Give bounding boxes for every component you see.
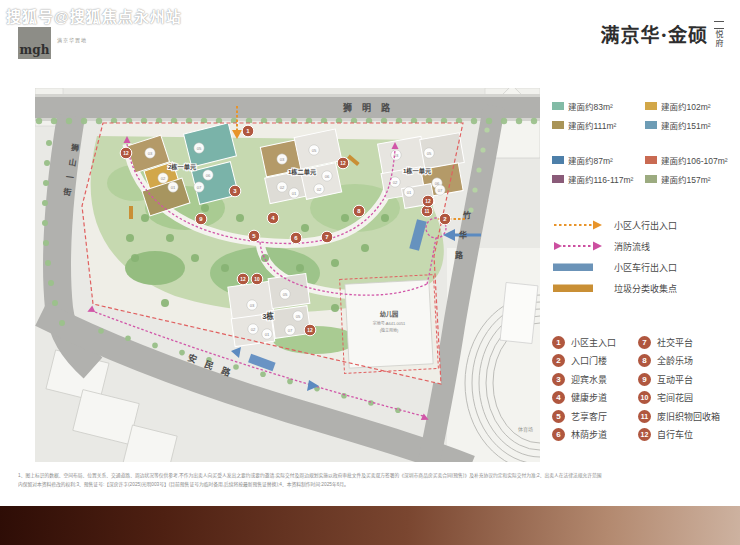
fire-route-icon [552, 240, 604, 252]
svg-text:05: 05 [427, 151, 432, 156]
amenity-number-badge: 8 [638, 354, 651, 367]
pedestrian-route-icon [552, 219, 604, 231]
amenity-legend: 1小区主入口2入口门楼3迎宾水景4健康步道5艺享客厅6林荫步道7社交平台8全龄乐… [552, 333, 738, 444]
svg-text:11: 11 [424, 209, 429, 214]
area-swatch-icon [552, 156, 564, 164]
svg-text:12: 12 [307, 328, 313, 333]
stadium-label: 体育场 [518, 426, 533, 433]
amenity-number-badge: 6 [552, 428, 565, 441]
area-legend-item: 建面约106-107m² [645, 154, 738, 166]
building-label: 3栋 [262, 311, 274, 321]
area-swatch-icon [552, 175, 564, 183]
amenity-item: 4健康步道 [552, 389, 638, 408]
area-legend-label: 建面约102m² [661, 100, 711, 112]
svg-text:07: 07 [197, 185, 202, 190]
route-legend-label: 小区车行出入口 [614, 261, 677, 274]
area-swatch-icon [552, 121, 564, 129]
footnote-line: 内保留对本资料修改的权利;3、预售证号:【深房许字(2025)光明003号】(目… [18, 481, 725, 490]
svg-text:02: 02 [393, 180, 398, 185]
area-legend-item: 建面约102m² [645, 100, 738, 112]
building-label: 1栋二单元 [288, 168, 317, 176]
amenity-number-badge: 11 [638, 410, 651, 423]
amenity-item: 10宅间花园 [638, 389, 738, 408]
amenity-label: 健康步道 [571, 391, 607, 404]
area-legend: 建面约83m²建面约102m²建面约111m²建面约151m²建面约87m²建面… [552, 100, 738, 185]
amenity-number-badge: 2 [552, 354, 565, 367]
amenity-number-badge: 4 [552, 391, 565, 404]
area-legend-label: 建面约87m² [568, 154, 613, 166]
route-legend-item: 垃圾分类收集点 [552, 278, 738, 299]
route-legend-item: 小区人行出入口 [552, 215, 738, 236]
amenity-label: 互动平台 [657, 373, 693, 386]
svg-text:12: 12 [123, 151, 129, 156]
svg-text:05: 05 [312, 148, 317, 153]
project-suffix-text: 悦府 [713, 30, 724, 48]
amenity-item: 2入口门楼 [552, 352, 638, 371]
svg-text:03: 03 [280, 157, 285, 162]
area-swatch-icon [645, 102, 657, 110]
amenity-item: 7社交平台 [638, 333, 738, 352]
svg-text:05: 05 [197, 146, 202, 151]
svg-text:07: 07 [438, 188, 443, 193]
svg-text:(独立用地): (独立用地) [380, 327, 399, 333]
svg-text:12: 12 [240, 277, 246, 282]
amenity-item: 6林荫步道 [552, 426, 638, 445]
area-legend-item: 建面约83m² [552, 100, 645, 112]
amenity-item: 1小区主入口 [552, 333, 638, 352]
route-legend-label: 垃圾分类收集点 [614, 282, 677, 295]
svg-text:06: 06 [325, 174, 330, 179]
amenity-number-badge: 3 [552, 373, 565, 386]
area-legend-label: 建面约151m² [661, 119, 711, 131]
area-legend-item: 建面约111m² [552, 119, 645, 131]
kindergarten-label: 幼儿园 [380, 310, 399, 318]
route-legend-item: 消防流线 [552, 236, 738, 257]
amenity-number-badge: 7 [638, 336, 651, 349]
area-legend-label: 建面约116-117m² [568, 173, 633, 185]
route-legend-label: 小区人行出入口 [614, 219, 677, 232]
svg-text:01: 01 [292, 191, 297, 196]
area-legend-label: 建面约111m² [568, 119, 616, 131]
amenity-label: 艺享客厅 [571, 410, 607, 423]
svg-text:02: 02 [280, 185, 285, 190]
svg-text:03: 03 [250, 303, 255, 308]
svg-text:12: 12 [340, 161, 346, 166]
svg-text:宗地号:A641-0051: 宗地号:A641-0051 [373, 320, 406, 326]
svg-text:10: 10 [254, 277, 260, 282]
amenity-label: 全龄乐场 [657, 354, 693, 367]
area-legend-item: 建面约157m² [645, 173, 738, 185]
area-swatch-icon [645, 175, 657, 183]
decor-lines-icon [714, 21, 724, 29]
area-legend-item: 建面约116-117m² [552, 173, 645, 185]
amenity-number-badge: 10 [638, 391, 651, 404]
amenity-label: 迎宾水景 [571, 373, 607, 386]
svg-text:01: 01 [407, 190, 412, 195]
amenity-label: 废旧织物回收箱 [657, 410, 720, 423]
site-plan-map: 幼儿园宗地号:A641-0051(独立用地)030502010607030506… [35, 88, 540, 462]
watermark: 搜狐号@搜狐焦点永州站 [6, 5, 182, 26]
logo-subtext: 满京华置地 [57, 36, 87, 43]
amenity-item: 5艺享客厅 [552, 407, 638, 426]
svg-text:07: 07 [288, 328, 293, 333]
amenity-item: 8全龄乐场 [638, 352, 738, 371]
footnotes: 1、图上标识的数据、空间布局、位置关系、交通道路、周边状况等仅供参考,不作为出卖… [18, 472, 725, 490]
svg-text:02: 02 [161, 176, 166, 181]
svg-text:01: 01 [171, 185, 176, 190]
amenity-label: 社交平台 [657, 336, 693, 349]
building-label: 1栋一单元 [403, 167, 432, 175]
area-legend-item: 建面约87m² [552, 154, 645, 166]
amenity-number-badge: 5 [552, 410, 565, 423]
area-legend-item: 建面约151m² [645, 119, 738, 131]
project-suffix: 悦府 [713, 20, 724, 48]
car-entrance-icon [552, 261, 604, 273]
developer-logo: mgh 满京华置地 [18, 27, 87, 59]
route-legend-label: 消防流线 [614, 240, 650, 253]
amenity-item: 12自行车位 [638, 426, 738, 445]
mgh-logo-icon: mgh [18, 27, 51, 59]
svg-text:06: 06 [206, 173, 211, 178]
area-legend-label: 建面约106-107m² [661, 154, 728, 166]
project-brand: 满京华·金硕 悦府 [600, 20, 724, 48]
area-swatch-icon [552, 102, 564, 110]
amenity-number-badge: 12 [638, 428, 651, 441]
amenity-label: 小区主入口 [571, 336, 616, 349]
area-swatch-icon [645, 121, 657, 129]
